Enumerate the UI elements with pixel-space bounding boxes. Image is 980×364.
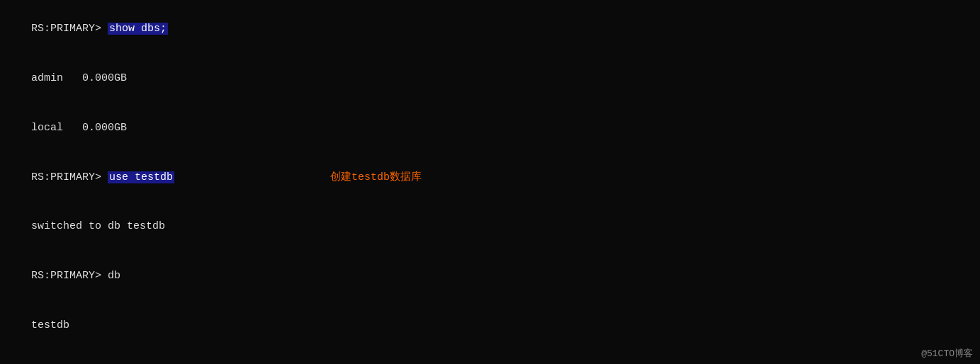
prompt-4: RS:PRIMARY>	[31, 171, 108, 183]
terminal-line-2: admin 0.000GB	[6, 54, 974, 103]
terminal-line-5: switched to db testdb	[6, 202, 974, 251]
comment-4: 创建testdb数据库	[330, 171, 422, 183]
output-5: switched to db testdb	[31, 220, 165, 232]
cmd-6: db	[108, 270, 120, 282]
prompt-1: RS:PRIMARY>	[31, 23, 108, 35]
terminal-line-3: local 0.000GB	[6, 103, 974, 153]
terminal-line-7: testdb	[6, 301, 974, 351]
terminal-line-8: RS:PRIMARY> db.createCollection("user")创…	[6, 350, 974, 364]
terminal-window: RS:PRIMARY> show dbs; admin 0.000GB loca…	[0, 0, 980, 364]
terminal-line-1: RS:PRIMARY> show dbs;	[6, 4, 974, 54]
cmd-1: show dbs;	[108, 23, 168, 35]
output-7: testdb	[31, 319, 69, 331]
output-2: admin 0.000GB	[31, 72, 127, 84]
prompt-6: RS:PRIMARY>	[31, 270, 108, 282]
terminal-line-6: RS:PRIMARY> db	[6, 251, 974, 301]
terminal-line-4: RS:PRIMARY> use testdb创建testdb数据库	[6, 152, 974, 202]
output-3: local 0.000GB	[31, 122, 127, 134]
watermark: @51CTO博客	[921, 347, 973, 360]
cmd-4: use testdb	[108, 171, 174, 183]
